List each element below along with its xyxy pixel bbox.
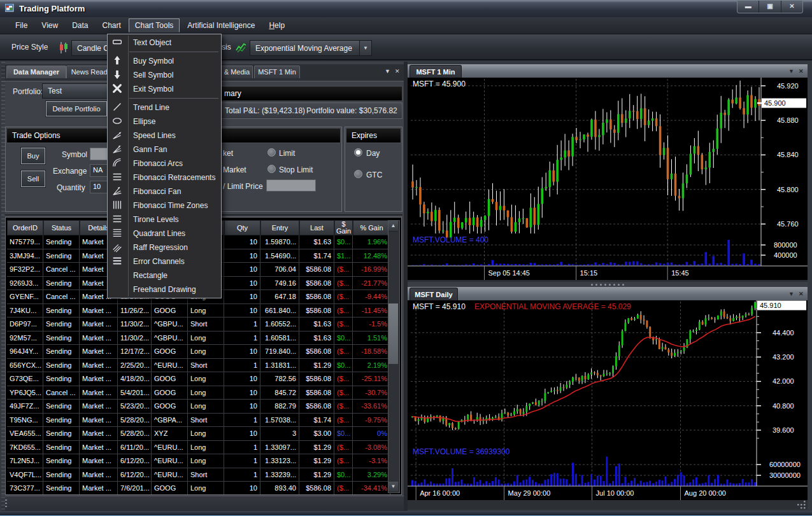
dock-tab-data-manager[interactable]: Data Manager [6,66,66,78]
table-cell[interactable]: Long [188,386,224,400]
table-cell[interactable]: GOOG [152,386,188,400]
table-cell[interactable]: Cancel ... [43,290,80,304]
table-cell[interactable]: Market ... [80,468,118,482]
table-cell[interactable]: Market ... [80,304,118,318]
table-cell[interactable]: T95NG... [7,414,43,428]
table-cell[interactable]: ($... [334,263,353,277]
table-cell[interactable]: 1.31831... [260,359,299,373]
table-cell[interactable]: Sending [43,277,80,291]
table-cell[interactable]: Short [188,317,224,331]
table-cell[interactable]: Market ... [80,359,118,373]
table-cell[interactable]: 73C377... [7,482,43,495]
limit-radio[interactable] [267,148,276,157]
table-cell[interactable]: -18.58% [353,345,390,359]
scrollbar-thumb[interactable] [388,303,398,364]
table-cell[interactable]: 10 [224,277,260,291]
column-header[interactable]: Qty [224,220,260,235]
table-cell[interactable]: Sending [43,235,80,249]
menu-item-fibonacci-time-zones[interactable]: Fibonacci Time Zones [108,199,221,213]
table-cell[interactable]: 1 [224,359,260,373]
menubar-item-view[interactable]: View [35,18,64,32]
table-cell[interactable]: 12.48% [353,249,390,263]
menubar-item-data[interactable]: Data [66,18,94,32]
table-cell[interactable]: Long [188,304,224,318]
table-cell[interactable]: ($... [334,414,353,428]
table-cell[interactable]: -11.45% [353,304,390,318]
table-cell[interactable]: ($... [334,290,353,304]
table-cell[interactable]: -9.75% [353,414,390,428]
table-cell[interactable]: ^GBPA... [152,414,188,428]
dock-tab--media[interactable]: & Media [221,66,253,78]
menu-item-error-channels[interactable]: Error Channels [108,255,221,268]
table-cell[interactable]: N75779... [7,235,43,249]
table-cell[interactable]: 1.96% [353,235,390,249]
table-cell[interactable]: Market ... [80,427,118,441]
menu-item-fibonacci-fan[interactable]: Fibonacci Fan [108,185,221,199]
table-cell[interactable]: -30.7% [353,386,390,400]
minimize-button[interactable]: ▬ [737,1,759,13]
menu-item-quadrant-lines[interactable]: Quadrant Lines [108,227,221,241]
table-cell[interactable]: Sending [43,414,80,428]
table-cell[interactable]: GOOG [152,482,188,495]
table-cell[interactable]: D6P97... [7,317,43,331]
table-cell[interactable]: ($... [334,400,353,414]
menu-item-rectangle[interactable]: Rectangle [108,268,221,282]
table-cell[interactable]: 749.16 [260,277,299,291]
menu-item-tirone-levels[interactable]: Tirone Levels [108,213,221,227]
table-cell[interactable]: GOOG [152,372,188,386]
table-cell[interactable]: $1.63 [299,331,334,345]
table-cell[interactable]: ^GBPU... [152,317,188,331]
table-cell[interactable]: Long [188,331,224,345]
table-cell[interactable]: $1.29 [299,441,334,455]
table-cell[interactable]: 882.79 [260,400,299,414]
table-cell[interactable]: 1.60552... [260,317,299,331]
table-cell[interactable]: 1 [224,468,260,482]
scroll-up-icon[interactable]: ▲ [388,221,398,232]
table-cell[interactable]: 1.57038... [260,414,299,428]
table-cell[interactable]: ($... [334,304,353,318]
table-cell[interactable]: Sending [43,372,80,386]
table-cell[interactable]: Market ... [80,441,118,455]
table-cell[interactable]: 11/30/2... [118,317,152,331]
chart-close-icon[interactable]: ✕ [799,291,804,297]
horizontal-splitter[interactable] [408,282,808,287]
menubar-item-artificial-intelligence[interactable]: Artificial Intelligence [181,18,261,32]
table-cell[interactable]: 1.51% [353,331,390,345]
table-cell[interactable]: $1... [334,249,353,263]
table-cell[interactable]: 11/26/2... [118,304,152,318]
table-cell[interactable]: 6/12/20... [118,468,152,482]
menu-item-buy-symbol[interactable]: Buy Symbol [108,54,221,68]
table-cell[interactable]: 6/12/20... [118,454,152,468]
table-cell[interactable]: 10 [224,372,260,386]
table-cell[interactable]: V4QF7L... [7,468,43,482]
table-cell[interactable]: Sending [43,400,80,414]
table-scrollbar[interactable]: ▲ ▼ [388,220,400,493]
table-cell[interactable]: 1.59870... [260,235,299,249]
table-cell[interactable]: Sending [43,317,80,331]
table-cell[interactable]: 10 [224,345,260,359]
table-cell[interactable]: 10 [224,249,260,263]
menu-item-fibonacci-retracements[interactable]: Fibonacci Retracements [108,171,221,185]
menu-item-freehand-drawing[interactable]: Freehand Drawing [108,282,221,296]
table-cell[interactable]: Sending [43,359,80,373]
chart-menu-icon[interactable]: ▼ [788,291,794,297]
table-cell[interactable]: -1.5% [353,317,390,331]
msft-1min-candlestick-chart[interactable]: 45.92045.88045.84045.80045.7608000004000… [408,78,808,282]
table-cell[interactable]: 5/28/20... [118,427,152,441]
table-cell[interactable]: 2.19% [353,359,390,373]
table-cell[interactable]: 10 [224,235,260,249]
table-cell[interactable]: Long [188,482,224,495]
table-cell[interactable]: XYZ [152,427,188,441]
table-cell[interactable]: 3.29% [353,468,390,482]
table-cell[interactable]: ^GBPU... [152,331,188,345]
table-cell[interactable]: $1.74 [299,414,334,428]
column-header[interactable]: OrderID [7,220,43,235]
column-header[interactable]: $Gain [334,220,353,235]
table-cell[interactable]: 11/30/2... [118,331,152,345]
table-cell[interactable]: 7/6/201... [118,482,152,495]
column-header[interactable]: Status [43,220,80,235]
table-cell[interactable]: $3.00 [299,427,334,441]
menu-item-sell-symbol[interactable]: Sell Symbol [108,68,221,82]
table-cell[interactable]: 7J4KU... [7,304,43,318]
table-cell[interactable]: ($... [334,482,353,495]
